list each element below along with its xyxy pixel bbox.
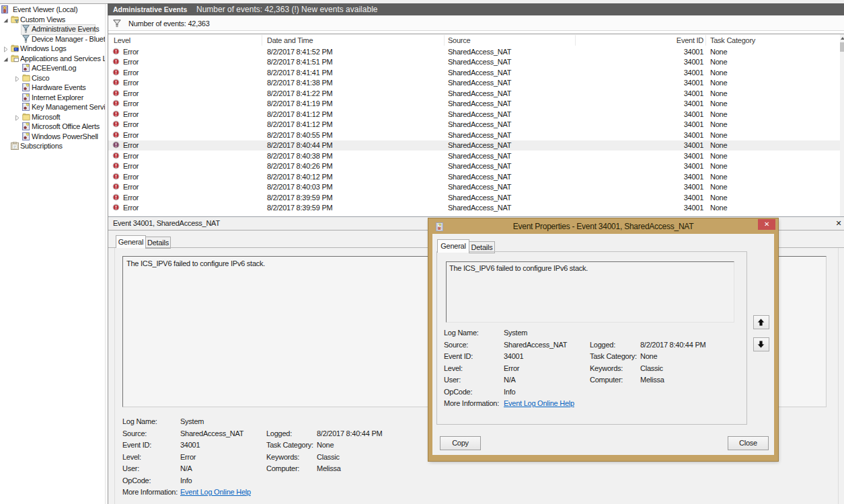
field-label: User:: [444, 376, 461, 384]
expander-collapsed-icon[interactable]: [3, 46, 9, 54]
column-separator[interactable]: [575, 35, 576, 46]
next-event-button[interactable]: [753, 337, 769, 351]
tree-item-label: ACEEventLog: [32, 64, 76, 72]
copy-button[interactable]: Copy: [440, 436, 481, 450]
tree-item-cisco[interactable]: Cisco: [0, 73, 105, 83]
tree-item-applications-and-services-lo[interactable]: Applications and Services Lo: [0, 54, 105, 64]
event-row[interactable]: Error8/2/2017 8:41:52 PMSharedAccess_NAT…: [108, 46, 844, 57]
cell-task-category: None: [710, 141, 727, 149]
field-value: Melissa: [317, 464, 341, 472]
field-value: Classic: [640, 364, 663, 372]
tree-item-microsoft[interactable]: Microsoft: [0, 112, 105, 122]
event-row[interactable]: Error8/2/2017 8:41:51 PMSharedAccess_NAT…: [108, 57, 844, 68]
close-icon[interactable]: ✕: [835, 219, 843, 227]
close-dialog-button[interactable]: Close: [728, 436, 769, 450]
cell-level: Error: [123, 79, 139, 87]
tree-item-label: Hardware Events: [32, 83, 86, 91]
dialog-tab-general[interactable]: General: [437, 239, 469, 253]
dialog-titlebar[interactable]: Event Properties - Event 34001, SharedAc…: [428, 218, 778, 234]
tree-item-administrative-events[interactable]: Administrative Events: [0, 24, 105, 34]
expander-expanded-icon[interactable]: [3, 17, 9, 25]
field-value: None: [640, 352, 657, 360]
tree-item-microsoft-office-alerts[interactable]: Microsoft Office Alerts: [0, 122, 105, 132]
tree-item-aceeventlog[interactable]: ACEEventLog: [0, 63, 105, 73]
cell-datetime: 8/2/2017 8:41:12 PM: [267, 110, 332, 118]
scrollbar-thumb[interactable]: [840, 42, 844, 52]
column-date-time[interactable]: Date and Time: [267, 36, 313, 44]
cell-level: Error: [123, 162, 139, 170]
field-label: Log Name:: [444, 329, 479, 337]
tree-item-windows-logs[interactable]: Windows Logs: [0, 44, 105, 54]
cell-event-id: 34001: [643, 162, 703, 170]
column-event-id[interactable]: Event ID: [643, 36, 703, 44]
column-level[interactable]: Level: [114, 36, 130, 44]
tree-item-label: Internet Explorer: [32, 93, 83, 101]
funnel-icon: [113, 19, 121, 29]
link-cell: Event Log Online Help: [504, 399, 574, 407]
cell-task-category: None: [710, 79, 727, 87]
event-row[interactable]: Error8/2/2017 8:41:12 PMSharedAccess_NAT…: [108, 109, 844, 120]
tree-item-windows-powershell[interactable]: Windows PowerShell: [0, 132, 105, 142]
cell-task-category: None: [710, 173, 727, 181]
event-row[interactable]: Error8/2/2017 8:40:55 PMSharedAccess_NAT…: [108, 130, 844, 140]
filter-icon: [22, 25, 30, 34]
field-label: More Information:: [444, 399, 499, 407]
expander-collapsed-icon[interactable]: [14, 75, 20, 83]
error-icon: [112, 99, 120, 108]
event-row[interactable]: Error8/2/2017 8:41:41 PMSharedAccess_NAT…: [108, 67, 844, 78]
cell-event-id: 34001: [643, 89, 703, 97]
tree-item-event-viewer-local[interactable]: Event Viewer (Local): [0, 5, 105, 15]
column-separator[interactable]: [444, 35, 445, 46]
filter-bar-text: Number of events: 42,363: [128, 19, 210, 28]
scroll-up-arrow-icon[interactable]: [841, 37, 844, 40]
field-label: Level:: [444, 364, 463, 372]
event-row[interactable]: Error8/2/2017 8:39:59 PMSharedAccess_NAT…: [108, 192, 844, 203]
close-button[interactable]: ✕: [758, 219, 775, 230]
column-source[interactable]: Source: [448, 36, 470, 44]
cell-level: Error: [123, 99, 139, 108]
event-row[interactable]: Error8/2/2017 8:41:19 PMSharedAccess_NAT…: [108, 99, 844, 110]
event-row[interactable]: Error8/2/2017 8:39:59 PMSharedAccess_NAT…: [108, 203, 844, 214]
cell-level: Error: [123, 141, 139, 149]
tab-general[interactable]: General: [116, 235, 146, 248]
event-row[interactable]: Error8/2/2017 8:40:03 PMSharedAccess_NAT…: [108, 182, 844, 193]
event-log-online-help-link[interactable]: Event Log Online Help: [504, 399, 574, 407]
cell-datetime: 8/2/2017 8:41:19 PM: [267, 99, 332, 108]
console-tree-sidebar: Event Viewer (Local)Custom ViewsAdminist…: [0, 0, 106, 504]
error-icon: [112, 152, 120, 161]
cell-datetime: 8/2/2017 8:41:52 PM: [267, 48, 332, 56]
column-task-category[interactable]: Task Category: [710, 36, 755, 44]
tree-item-internet-explorer[interactable]: Internet Explorer: [0, 93, 105, 103]
vertical-scrollbar[interactable]: [840, 34, 844, 216]
field-label: OpCode:: [444, 388, 472, 396]
column-separator[interactable]: [262, 35, 262, 46]
cell-event-id: 34001: [643, 120, 703, 128]
tree-item-hardware-events[interactable]: Hardware Events: [0, 83, 105, 93]
expander-collapsed-icon[interactable]: [14, 114, 20, 122]
event-row[interactable]: Error8/2/2017 8:40:38 PMSharedAccess_NAT…: [108, 151, 844, 161]
expander-expanded-icon[interactable]: [3, 56, 9, 64]
cell-event-id: 34001: [643, 99, 703, 108]
tree-item-key-management-service[interactable]: Key Management Service: [0, 102, 105, 112]
cell-source: SharedAccess_NAT: [448, 48, 511, 56]
event-row[interactable]: Error8/2/2017 8:41:38 PMSharedAccess_NAT…: [108, 78, 844, 89]
field-label: Source:: [444, 341, 468, 349]
cell-source: SharedAccess_NAT: [448, 120, 511, 128]
tree-item-subscriptions[interactable]: Subscriptions: [0, 141, 105, 151]
tree-item-label: Subscriptions: [20, 142, 63, 150]
event-row[interactable]: Error8/2/2017 8:40:12 PMSharedAccess_NAT…: [108, 171, 844, 182]
event-row[interactable]: Error8/2/2017 8:40:26 PMSharedAccess_NAT…: [108, 161, 844, 172]
tree-item-device-manager-blueto[interactable]: Device Manager - Blueto: [0, 34, 105, 44]
tree-item-custom-views[interactable]: Custom Views: [0, 15, 105, 25]
event-row[interactable]: Error8/2/2017 8:41:22 PMSharedAccess_NAT…: [108, 88, 844, 99]
tree-item-label: Windows Logs: [20, 44, 67, 52]
event-log-online-help-link[interactable]: Event Log Online Help: [180, 488, 251, 496]
dialog-description-box[interactable]: The ICS_IPV6 failed to configure IPv6 st…: [446, 261, 734, 323]
field-value: System: [180, 417, 204, 425]
previous-event-button[interactable]: [753, 315, 769, 329]
tree-item-label: Windows PowerShell: [32, 132, 98, 140]
cell-level: Error: [123, 110, 139, 118]
column-separator[interactable]: [705, 35, 706, 46]
event-row[interactable]: Error8/2/2017 8:41:12 PMSharedAccess_NAT…: [108, 120, 844, 130]
event-row[interactable]: Error8/2/2017 8:40:44 PMSharedAccess_NAT…: [108, 140, 844, 151]
